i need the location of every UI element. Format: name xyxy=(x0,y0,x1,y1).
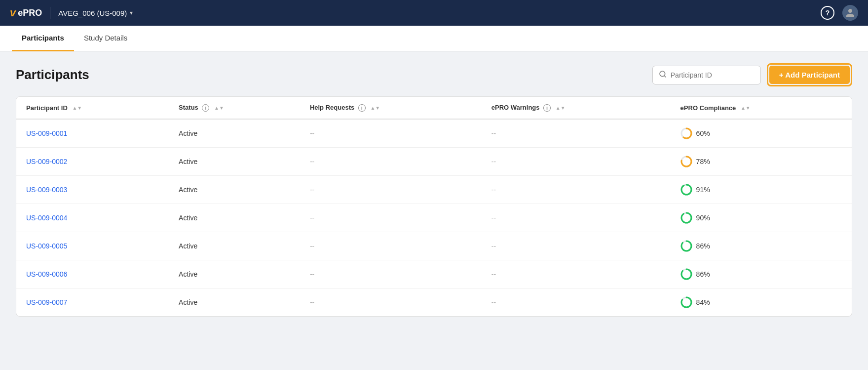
compliance-cell-6: 84% xyxy=(680,296,842,308)
svg-point-13 xyxy=(681,269,691,279)
cell-epro-warnings-1: -- xyxy=(482,148,671,176)
cell-epro-compliance-1: 78% xyxy=(671,148,852,176)
sort-icon-help-requests[interactable]: ▲▼ xyxy=(370,106,380,111)
compliance-cell-5: 86% xyxy=(680,268,842,280)
table-body: US-009-0001 Active -- -- 60% US-009 xyxy=(16,119,852,316)
cell-participant-id-2: US-009-0003 xyxy=(16,176,169,204)
search-box[interactable] xyxy=(652,66,761,84)
cell-help-requests-0: -- xyxy=(300,119,482,148)
cell-epro-warnings-6: -- xyxy=(482,288,671,317)
participant-link-0[interactable]: US-009-0001 xyxy=(26,129,67,137)
compliance-pct-2: 91% xyxy=(696,186,710,194)
add-participant-button[interactable]: + Add Participant xyxy=(769,66,850,84)
cell-help-requests-3: -- xyxy=(300,204,482,232)
compliance-circle-0 xyxy=(680,127,692,139)
compliance-pct-3: 90% xyxy=(696,214,710,222)
participant-link-5[interactable]: US-009-0006 xyxy=(26,270,67,278)
cell-help-requests-1: -- xyxy=(300,148,482,176)
compliance-cell-1: 78% xyxy=(680,156,842,167)
table-row: US-009-0003 Active -- -- 91% xyxy=(16,176,852,204)
tab-participants[interactable]: Participants xyxy=(12,26,74,51)
table-row: US-009-0002 Active -- -- 78% xyxy=(16,148,852,176)
header-divider xyxy=(50,7,50,19)
cell-help-requests-5: -- xyxy=(300,260,482,288)
participant-link-2[interactable]: US-009-0003 xyxy=(26,186,67,194)
compliance-cell-4: 86% xyxy=(680,240,842,252)
sort-icon-epro-compliance[interactable]: ▲▼ xyxy=(741,106,751,111)
compliance-circle-3 xyxy=(680,212,692,224)
cell-participant-id-0: US-009-0001 xyxy=(16,119,169,148)
svg-line-1 xyxy=(664,76,666,77)
user-avatar[interactable] xyxy=(842,5,858,21)
svg-point-11 xyxy=(681,241,691,251)
col-participant-id: Participant ID ▲▼ xyxy=(16,97,169,119)
cell-status-5: Active xyxy=(169,260,300,288)
header: v ePRO AVEG_006 (US-009) ▾ ? xyxy=(0,0,868,26)
participant-link-1[interactable]: US-009-0002 xyxy=(26,158,67,165)
cell-epro-compliance-6: 84% xyxy=(671,288,852,317)
header-right: ? xyxy=(821,5,858,21)
svg-point-7 xyxy=(681,185,691,195)
sort-icon-status[interactable]: ▲▼ xyxy=(214,106,224,111)
header-left: v ePRO AVEG_006 (US-009) ▾ xyxy=(10,6,133,19)
compliance-pct-1: 78% xyxy=(696,158,710,165)
info-icon-status[interactable]: i xyxy=(202,104,209,112)
tab-study-details[interactable]: Study Details xyxy=(74,26,137,51)
cell-status-0: Active xyxy=(169,119,300,148)
info-icon-help-requests[interactable]: i xyxy=(358,104,366,112)
compliance-circle-4 xyxy=(680,240,692,252)
compliance-circle-2 xyxy=(680,184,692,196)
cell-epro-compliance-4: 86% xyxy=(671,232,852,260)
participant-link-6[interactable]: US-009-0007 xyxy=(26,298,67,306)
search-input[interactable] xyxy=(671,71,755,79)
cell-help-requests-6: -- xyxy=(300,288,482,317)
cell-epro-compliance-0: 60% xyxy=(671,119,852,148)
table-row: US-009-0007 Active -- -- 84% xyxy=(16,288,852,317)
cell-status-6: Active xyxy=(169,288,300,317)
col-help-requests: Help Requests i ▲▼ xyxy=(300,97,482,119)
cell-participant-id-6: US-009-0007 xyxy=(16,288,169,317)
cell-epro-warnings-0: -- xyxy=(482,119,671,148)
sort-icon-epro-warnings[interactable]: ▲▼ xyxy=(556,106,566,111)
logo: v ePRO xyxy=(10,6,42,19)
site-selector[interactable]: AVEG_006 (US-009) ▾ xyxy=(58,9,133,17)
compliance-circle-6 xyxy=(680,296,692,308)
table-row: US-009-0001 Active -- -- 60% xyxy=(16,119,852,148)
logo-text: ePRO xyxy=(18,8,42,18)
table-row: US-009-0005 Active -- -- 86% xyxy=(16,232,852,260)
compliance-pct-0: 60% xyxy=(696,129,710,137)
cell-status-4: Active xyxy=(169,232,300,260)
table-row: US-009-0004 Active -- -- 90% xyxy=(16,204,852,232)
compliance-pct-5: 86% xyxy=(696,270,710,278)
cell-status-3: Active xyxy=(169,204,300,232)
main-content: Participants + Add Participant Participa… xyxy=(0,51,868,329)
cell-participant-id-3: US-009-0004 xyxy=(16,204,169,232)
chevron-down-icon: ▾ xyxy=(130,9,133,16)
cell-help-requests-4: -- xyxy=(300,232,482,260)
compliance-pct-6: 84% xyxy=(696,298,710,306)
cell-participant-id-5: US-009-0006 xyxy=(16,260,169,288)
sort-icon-participant-id[interactable]: ▲▼ xyxy=(72,106,82,111)
compliance-cell-2: 91% xyxy=(680,184,842,196)
cell-status-2: Active xyxy=(169,176,300,204)
compliance-cell-0: 60% xyxy=(680,127,842,139)
table-header: Participant ID ▲▼ Status i ▲▼ Help Reque… xyxy=(16,97,852,119)
cell-participant-id-1: US-009-0002 xyxy=(16,148,169,176)
cell-status-1: Active xyxy=(169,148,300,176)
cell-epro-compliance-5: 86% xyxy=(671,260,852,288)
participant-link-3[interactable]: US-009-0004 xyxy=(26,214,67,222)
search-icon xyxy=(659,70,667,80)
cell-help-requests-2: -- xyxy=(300,176,482,204)
logo-v-icon: v xyxy=(10,6,16,19)
page-actions: + Add Participant xyxy=(652,63,852,86)
page-header: Participants + Add Participant xyxy=(16,63,852,86)
help-icon[interactable]: ? xyxy=(821,6,834,20)
cell-epro-compliance-3: 90% xyxy=(671,204,852,232)
page-title: Participants xyxy=(16,67,89,82)
svg-point-9 xyxy=(681,213,691,223)
cell-epro-warnings-2: -- xyxy=(482,176,671,204)
site-name: AVEG_006 (US-009) xyxy=(58,9,127,17)
participant-link-4[interactable]: US-009-0005 xyxy=(26,242,67,250)
info-icon-epro-warnings[interactable]: i xyxy=(543,104,551,112)
compliance-circle-5 xyxy=(680,268,692,280)
